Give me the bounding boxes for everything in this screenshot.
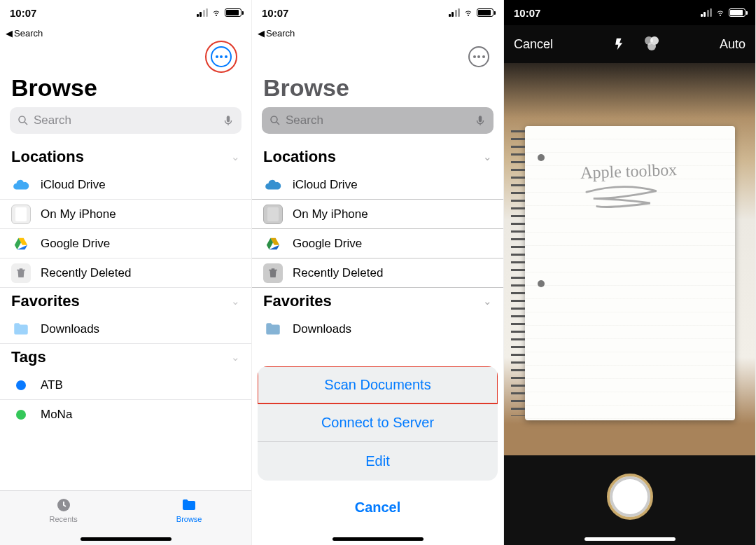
chevron-down-icon: ⌄ bbox=[483, 295, 492, 308]
location-on-my-iphone[interactable]: On My iPhone bbox=[0, 200, 251, 229]
status-bar: 10:07 bbox=[504, 0, 755, 25]
cancel-button[interactable]: Cancel bbox=[514, 37, 553, 52]
battery-icon bbox=[477, 8, 493, 17]
tab-recents[interactable]: Recents bbox=[49, 497, 77, 523]
status-indicators bbox=[449, 8, 494, 17]
screen-browse-actionsheet: 10:07 ◀ Search Browse Locations ⌄ iCloud… bbox=[252, 0, 504, 545]
favorite-downloads: Downloads bbox=[252, 315, 503, 344]
search-input[interactable] bbox=[34, 113, 218, 127]
tag-atb[interactable]: ATB bbox=[0, 371, 251, 400]
mic-icon bbox=[474, 114, 486, 127]
cellular-icon bbox=[701, 8, 713, 17]
action-connect-to-server[interactable]: Connect to Server bbox=[258, 403, 498, 442]
location-google-drive: Google Drive bbox=[252, 229, 503, 258]
action-sheet: Scan Documents Connect to Server Edit Ca… bbox=[258, 366, 498, 527]
back-label: Search bbox=[14, 28, 43, 39]
favorites-header: Favorites ⌄ bbox=[252, 288, 503, 315]
svg-point-7 bbox=[271, 116, 277, 123]
mic-icon[interactable] bbox=[222, 114, 234, 127]
handwritten-text: Apple toolbox bbox=[580, 158, 736, 218]
icloud-icon bbox=[263, 175, 283, 195]
search-input bbox=[286, 113, 470, 127]
cellular-icon bbox=[449, 8, 461, 17]
highlight-ring bbox=[205, 41, 237, 73]
clock-icon bbox=[55, 497, 73, 513]
location-recently-deleted[interactable]: Recently Deleted bbox=[0, 258, 251, 288]
iphone-icon bbox=[263, 205, 283, 224]
status-bar: 10:07 bbox=[252, 0, 503, 25]
screen-browse: 10:07 ◀ Search Browse Locations ⌄ iCloud… bbox=[0, 0, 252, 545]
search-field bbox=[262, 107, 493, 134]
location-icloud-drive: iCloud Drive bbox=[252, 170, 503, 200]
camera-viewfinder: Apple toolbox bbox=[504, 63, 755, 455]
tag-dot-icon bbox=[16, 410, 26, 420]
status-indicators bbox=[197, 8, 242, 17]
camera-bottom-bar bbox=[504, 455, 755, 545]
location-google-drive[interactable]: Google Drive bbox=[0, 229, 251, 258]
tag-dot-icon bbox=[16, 380, 26, 390]
location-on-my-iphone: On My iPhone bbox=[252, 200, 503, 229]
search-icon bbox=[269, 114, 281, 127]
back-to-search[interactable]: ◀ Search bbox=[252, 25, 503, 41]
svg-rect-2 bbox=[227, 116, 230, 122]
status-time: 10:07 bbox=[10, 7, 36, 19]
google-drive-icon bbox=[11, 234, 31, 254]
home-indicator[interactable] bbox=[332, 537, 424, 541]
scribble-icon bbox=[580, 184, 665, 214]
page-title: Browse bbox=[252, 73, 503, 107]
action-edit[interactable]: Edit bbox=[258, 442, 498, 481]
status-time: 10:07 bbox=[262, 7, 288, 19]
back-caret-icon: ◀ bbox=[258, 28, 265, 39]
svg-line-1 bbox=[24, 122, 27, 125]
locations-header: Locations ⌄ bbox=[252, 144, 503, 170]
filters-icon[interactable] bbox=[645, 36, 660, 52]
chevron-down-icon: ⌄ bbox=[231, 151, 240, 163]
action-sheet-options: Scan Documents Connect to Server Edit bbox=[258, 366, 498, 481]
tag-mona[interactable]: MoNa bbox=[0, 400, 251, 429]
location-recently-deleted: Recently Deleted bbox=[252, 258, 503, 288]
svg-rect-9 bbox=[479, 116, 482, 122]
chevron-down-icon: ⌄ bbox=[231, 295, 240, 308]
auto-mode-button[interactable]: Auto bbox=[720, 37, 746, 52]
favorite-downloads[interactable]: Downloads bbox=[0, 315, 251, 344]
locations-header[interactable]: Locations ⌄ bbox=[0, 144, 251, 170]
shutter-button[interactable] bbox=[607, 474, 653, 520]
cellular-icon bbox=[197, 8, 209, 17]
folder-icon bbox=[180, 497, 198, 513]
tab-bar: Recents Browse bbox=[0, 490, 251, 545]
status-bar: 10:07 bbox=[0, 0, 251, 25]
more-button[interactable] bbox=[211, 46, 232, 67]
wifi-icon bbox=[715, 8, 726, 17]
favorites-header[interactable]: Favorites ⌄ bbox=[0, 288, 251, 315]
home-indicator[interactable] bbox=[584, 537, 676, 541]
tab-browse[interactable]: Browse bbox=[176, 497, 202, 523]
flash-icon[interactable] bbox=[612, 37, 626, 51]
svg-point-0 bbox=[19, 116, 25, 123]
wifi-icon bbox=[463, 8, 474, 17]
svg-line-8 bbox=[276, 122, 279, 125]
camera-top-bar: Cancel Auto bbox=[504, 25, 755, 63]
icloud-icon bbox=[11, 175, 31, 195]
battery-icon bbox=[729, 8, 746, 17]
back-caret-icon: ◀ bbox=[6, 28, 13, 39]
home-indicator[interactable] bbox=[80, 537, 172, 541]
page-title: Browse bbox=[0, 73, 251, 107]
iphone-icon bbox=[11, 205, 31, 224]
action-scan-documents[interactable]: Scan Documents bbox=[258, 366, 498, 404]
battery-icon bbox=[225, 8, 241, 17]
action-cancel[interactable]: Cancel bbox=[258, 488, 498, 527]
downloads-folder-icon bbox=[11, 319, 31, 339]
location-icloud-drive[interactable]: iCloud Drive bbox=[0, 170, 251, 200]
trash-icon bbox=[11, 263, 31, 283]
chevron-down-icon: ⌄ bbox=[231, 351, 240, 364]
screen-scan-camera: 10:07 Cancel Auto Apple toolbox bbox=[504, 0, 756, 545]
notebook-page: Apple toolbox bbox=[525, 126, 735, 420]
chevron-down-icon: ⌄ bbox=[483, 151, 492, 163]
downloads-folder-icon bbox=[263, 319, 283, 339]
back-to-search[interactable]: ◀ Search bbox=[0, 25, 251, 41]
tags-header[interactable]: Tags ⌄ bbox=[0, 344, 251, 371]
wifi-icon bbox=[211, 8, 222, 17]
google-drive-icon bbox=[263, 234, 283, 254]
more-button[interactable] bbox=[468, 46, 489, 67]
search-field[interactable] bbox=[10, 107, 241, 134]
